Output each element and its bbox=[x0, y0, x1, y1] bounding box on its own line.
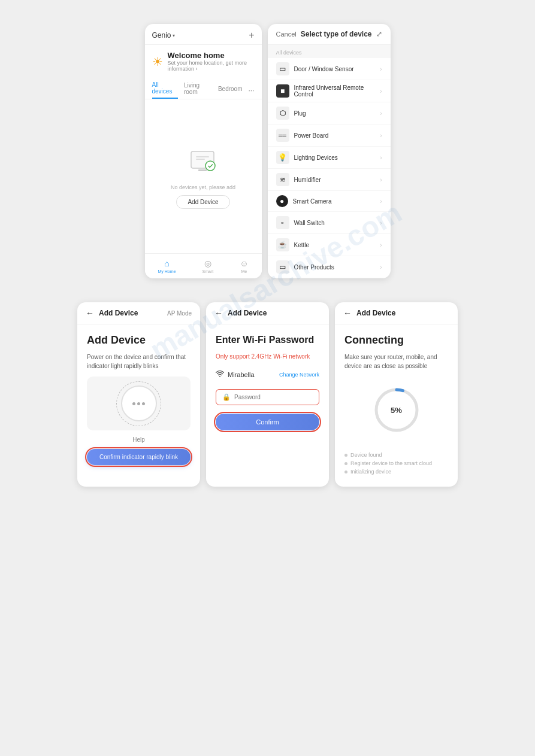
device-name-camera: Smart Camera bbox=[293, 198, 376, 205]
wall-switch-icon: ▫ bbox=[276, 216, 289, 229]
device-name-wall-switch: Wall Switch bbox=[294, 220, 376, 226]
device-list-header: Cancel Select type of device ⤢ bbox=[268, 24, 391, 45]
tab-all-devices[interactable]: All devices bbox=[152, 81, 178, 99]
device-ring bbox=[116, 381, 161, 426]
add-device-desc: Power on the device and confirm that ind… bbox=[87, 353, 191, 371]
device-name-power-board: Power Board bbox=[294, 132, 376, 139]
device-item-lighting[interactable]: 💡 Lighting Devices › bbox=[268, 147, 391, 169]
tab-bedroom[interactable]: Bedroom bbox=[218, 86, 243, 95]
confirm-blink-button[interactable]: Confirm indicator rapidly blink bbox=[87, 449, 191, 465]
camera-icon: ● bbox=[276, 195, 288, 207]
device-list: ▭ Door / Window Sensor › ■ Infrared Univ… bbox=[268, 58, 391, 278]
device-item-plug[interactable]: ⬡ Plug › bbox=[268, 102, 391, 125]
step-dot-2 bbox=[344, 462, 347, 465]
device-item-infrared[interactable]: ■ Infrared Universal Remote Control › bbox=[268, 80, 391, 102]
progress-text: 5% bbox=[391, 406, 402, 415]
nav-item-home[interactable]: ⌂ My Home bbox=[158, 259, 176, 274]
welcome-title: Welcome home bbox=[168, 51, 255, 60]
svg-rect-3 bbox=[196, 156, 209, 157]
steps-list: Device found Register device to the smar… bbox=[344, 450, 448, 477]
device-circle bbox=[121, 385, 157, 421]
confirm-wifi-button[interactable]: Confirm bbox=[216, 414, 319, 430]
welcome-subtitle: Set your home location, get more informa… bbox=[168, 60, 255, 72]
chevron-right-icon-3: › bbox=[380, 110, 382, 117]
flow-panel-1: ← Add Device AP Mode Add Device Power on… bbox=[77, 302, 200, 487]
other-icon: ▭ bbox=[276, 260, 289, 274]
device-name-other: Other Products bbox=[294, 264, 376, 271]
progress-circle-wrapper: 5% bbox=[344, 377, 448, 444]
fullscreen-icon[interactable]: ⤢ bbox=[376, 30, 382, 38]
chevron-right-icon-6: › bbox=[380, 177, 382, 183]
wifi-warning: Only support 2.4GHz Wi-Fi network bbox=[216, 353, 319, 361]
flow-header-1: ← Add Device AP Mode bbox=[77, 302, 200, 324]
section-label: All devices bbox=[268, 45, 391, 58]
network-row: Mirabella Change Network bbox=[216, 367, 319, 383]
flow-header-3: ← Add Device bbox=[335, 302, 458, 324]
password-input-wrapper: 🔒 bbox=[216, 389, 319, 405]
flow-panel-2: ← Add Device Enter Wi-Fi Password Only s… bbox=[206, 302, 329, 487]
door-icon: ▭ bbox=[276, 62, 289, 75]
svg-rect-1 bbox=[198, 169, 207, 171]
plug-icon: ⬡ bbox=[276, 107, 289, 120]
home-icon: ⌂ bbox=[164, 259, 169, 268]
tab-more-icon[interactable]: ··· bbox=[248, 86, 254, 95]
nav-item-me[interactable]: ☺ Me bbox=[240, 259, 248, 274]
device-item-kettle[interactable]: ☕ Kettle › bbox=[268, 234, 391, 256]
lock-icon: 🔒 bbox=[222, 393, 231, 401]
step-item-1: Device found bbox=[344, 452, 448, 458]
flow-title-3: Add Device bbox=[356, 309, 395, 317]
svg-point-2 bbox=[205, 161, 215, 171]
device-item-other[interactable]: ▭ Other Products › bbox=[268, 256, 391, 278]
device-item-power-board[interactable]: ══ Power Board › bbox=[268, 125, 391, 147]
change-network-button[interactable]: Change Network bbox=[279, 372, 319, 378]
back-arrow-1[interactable]: ← bbox=[86, 308, 94, 318]
device-item-door[interactable]: ▭ Door / Window Sensor › bbox=[268, 58, 391, 80]
network-name: Mirabella bbox=[228, 371, 276, 378]
app-title: Genio ▾ bbox=[152, 31, 175, 40]
step-dot-3 bbox=[344, 470, 347, 473]
chevron-right-icon-7: › bbox=[380, 198, 382, 205]
progress-circle: 5% bbox=[373, 386, 421, 434]
device-name-plug: Plug bbox=[294, 110, 376, 117]
chevron-right-icon: › bbox=[380, 66, 382, 72]
lighting-icon: 💡 bbox=[276, 151, 289, 164]
nav-item-smart[interactable]: ◎ Smart bbox=[202, 259, 213, 274]
flow-content-2: Enter Wi-Fi Password Only support 2.4GHz… bbox=[206, 324, 329, 487]
device-item-wall-switch[interactable]: ▫ Wall Switch › bbox=[268, 212, 391, 234]
top-section: Genio ▾ + ☀ Welcome home Set your home l… bbox=[12, 24, 523, 278]
flow-title-2: Add Device bbox=[228, 309, 267, 317]
chevron-right-icon-8: › bbox=[380, 220, 382, 226]
app-name-label: Genio bbox=[152, 31, 171, 40]
step-dot-1 bbox=[344, 454, 347, 457]
device-animation-box bbox=[87, 377, 191, 430]
infrared-icon: ■ bbox=[276, 84, 289, 98]
smart-icon: ◎ bbox=[204, 259, 211, 268]
chevron-right-icon-10: › bbox=[380, 264, 382, 271]
power-board-icon: ══ bbox=[276, 129, 289, 142]
flow-header-2: ← Add Device bbox=[206, 302, 329, 324]
nav-me-label: Me bbox=[241, 269, 247, 274]
device-item-camera[interactable]: ● Smart Camera › bbox=[268, 191, 391, 212]
help-text: Help bbox=[87, 436, 191, 443]
password-input[interactable] bbox=[234, 394, 313, 400]
flow-title-1: Add Device bbox=[99, 309, 138, 317]
back-arrow-2[interactable]: ← bbox=[214, 308, 223, 318]
step-label-1: Device found bbox=[350, 452, 382, 458]
flow-subtitle-1: AP Mode bbox=[167, 310, 192, 317]
connecting-heading: Connecting bbox=[344, 334, 448, 347]
cancel-button[interactable]: Cancel bbox=[276, 31, 297, 38]
device-item-humidifier[interactable]: ≋ Humidifier › bbox=[268, 169, 391, 191]
add-device-button-small[interactable]: Add Device bbox=[176, 195, 229, 209]
back-arrow-3[interactable]: ← bbox=[343, 308, 352, 318]
chevron-right-icon-5: › bbox=[380, 154, 382, 161]
add-button[interactable]: + bbox=[249, 30, 254, 41]
device-name-kettle: Kettle bbox=[294, 242, 376, 248]
step-label-2: Register device to the smart cloud bbox=[350, 460, 432, 466]
flow-content-1: Add Device Power on the device and confi… bbox=[77, 324, 200, 487]
tab-living-room[interactable]: Living room bbox=[184, 82, 212, 98]
connecting-desc: Make sure your router, mobile, and devic… bbox=[344, 353, 448, 371]
device-name-humidifier: Humidifier bbox=[294, 177, 376, 183]
flow-panel-3: ← Add Device Connecting Make sure your r… bbox=[335, 302, 458, 487]
me-icon: ☺ bbox=[240, 259, 248, 268]
bottom-nav: ⌂ My Home ◎ Smart ☺ Me bbox=[145, 253, 262, 278]
